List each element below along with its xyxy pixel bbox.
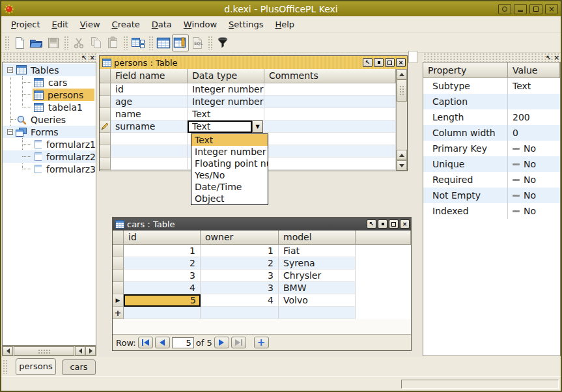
toolbar-gripper[interactable] (5, 36, 9, 50)
row-header[interactable] (100, 83, 111, 96)
tab-persons[interactable]: persons (16, 358, 56, 375)
paste-button[interactable] (104, 35, 121, 51)
data-type-cell[interactable]: Integer number (188, 83, 264, 96)
data-row-2[interactable]: 2 2 Syrena (113, 257, 411, 270)
field-row-id[interactable]: id Integer number (100, 83, 396, 96)
row-header[interactable] (100, 96, 111, 108)
dock-close-icon[interactable]: × (554, 53, 559, 62)
cell-owner[interactable]: 2 (201, 257, 279, 270)
property-value[interactable]: 0 (508, 128, 518, 138)
dropdown-option-float[interactable]: Floating point nu (191, 158, 268, 169)
navigator-dock-handle[interactable]: ↖ × (2, 53, 96, 62)
property-row-length[interactable]: Length 200 (423, 109, 560, 125)
data-type-combobox[interactable]: Text ▼ (188, 120, 264, 133)
cell-id[interactable]: 1 (124, 245, 201, 257)
undock-button[interactable]: ↖ (367, 219, 376, 229)
cell-owner[interactable]: 4 (201, 294, 279, 307)
field-row-surname[interactable]: surname Text ▼ (100, 120, 396, 133)
cell-id[interactable]: 3 (124, 270, 201, 282)
scroll-left-button[interactable] (3, 346, 13, 356)
comments-cell[interactable] (264, 108, 396, 120)
column-header-owner[interactable]: owner (201, 231, 279, 245)
comments-cell[interactable] (264, 96, 396, 108)
data-type-cell[interactable]: Text (188, 108, 264, 120)
sidebar-item-tabela1[interactable]: tabela1 (3, 101, 96, 113)
property-row-subtype[interactable]: Subtype Text (423, 78, 560, 94)
menu-window[interactable]: Window (178, 17, 223, 32)
cell-model[interactable]: Volvo (279, 294, 356, 307)
save-button[interactable] (45, 35, 62, 51)
undock-button[interactable]: ↖ (363, 58, 372, 67)
maximize-button[interactable] (385, 58, 395, 67)
data-row-3[interactable]: 3 3 Chrysler (113, 270, 411, 282)
cell-model[interactable]: Syrena (279, 257, 356, 270)
row-header[interactable] (113, 257, 124, 270)
data-row-4[interactable]: 4 3 BMW (113, 282, 411, 294)
comments-cell[interactable] (264, 120, 396, 133)
cell-model[interactable]: Fiat (279, 245, 356, 257)
close-button[interactable]: × (545, 4, 558, 14)
maximize-button[interactable] (529, 4, 542, 14)
field-row-name[interactable]: name Text (100, 108, 396, 120)
menu-settings[interactable]: Settings (223, 17, 269, 32)
last-row-button[interactable] (231, 337, 246, 348)
new-row-marker[interactable]: + (113, 307, 124, 319)
cell-owner[interactable]: 3 (201, 282, 279, 294)
dropdown-option-text[interactable]: Text (191, 134, 268, 146)
first-row-button[interactable] (138, 337, 153, 348)
row-header[interactable] (113, 245, 124, 257)
field-name-cell[interactable]: age (111, 96, 188, 108)
undock-icon[interactable]: ↖ (81, 53, 87, 62)
maximize-button[interactable] (389, 219, 399, 229)
scroll-right-button[interactable] (85, 346, 96, 356)
row-header[interactable] (113, 282, 124, 294)
data-view-button[interactable] (155, 35, 172, 51)
copy-button[interactable] (87, 35, 104, 51)
window-titlebar[interactable]: d.kexi - PlusOfficePL Kexi × (1, 1, 561, 16)
field-name-cell[interactable]: id (111, 83, 188, 96)
cell-model[interactable]: Chrysler (279, 270, 356, 282)
menu-help[interactable]: Help (269, 17, 300, 32)
scrollbar-thumb[interactable] (397, 79, 407, 102)
shade-button[interactable] (498, 4, 511, 14)
field-name-cell[interactable]: name (111, 108, 188, 120)
property-row-required[interactable]: Required No (423, 172, 560, 188)
add-row-button[interactable]: + (254, 337, 269, 348)
design-view-button[interactable] (172, 35, 189, 51)
filter-button[interactable] (214, 35, 231, 51)
sidebar-item-tables[interactable]: Tables (3, 64, 96, 76)
cars-window-titlebar[interactable]: cars : Table ↖ × (113, 217, 411, 231)
cell-id[interactable]: 2 (124, 257, 201, 270)
data-row-1[interactable]: 1 1 Fiat (113, 245, 411, 257)
sidebar-item-formularz2[interactable]: formularz2 (3, 150, 96, 163)
scrollbar-thumb[interactable] (14, 346, 74, 356)
scroll-left-button[interactable] (75, 346, 85, 356)
field-name-cell[interactable]: surname (111, 120, 188, 133)
scroll-up-button[interactable] (397, 150, 407, 160)
menu-data[interactable]: Data (146, 17, 178, 32)
property-value[interactable]: Text (508, 81, 531, 91)
navigator-horizontal-scrollbar[interactable] (2, 346, 96, 356)
property-dock-handle[interactable]: ↖ × (423, 53, 561, 62)
column-header-id[interactable]: id (124, 231, 201, 245)
property-row-not-empty[interactable]: Not Empty No (423, 188, 560, 203)
field-row-age[interactable]: age Integer number (100, 96, 396, 108)
collapse-toggle[interactable] (7, 67, 13, 73)
property-row-unique[interactable]: Unique No (423, 156, 560, 172)
new-row[interactable]: + (113, 307, 411, 319)
undock-icon[interactable]: ↖ (546, 53, 551, 62)
menu-edit[interactable]: Edit (46, 17, 74, 32)
close-button[interactable]: × (400, 219, 410, 229)
property-row-primary-key[interactable]: Primary Key No (423, 141, 560, 156)
previous-row-button[interactable] (155, 337, 170, 348)
tabbar-gripper[interactable] (3, 359, 7, 374)
row-header[interactable] (100, 108, 111, 120)
sql-view-button[interactable]: SQL (189, 35, 206, 51)
property-row-indexed[interactable]: Indexed No (423, 203, 560, 219)
tab-cars[interactable]: cars (62, 359, 96, 375)
open-button[interactable] (28, 35, 45, 51)
row-header-editing[interactable] (100, 120, 111, 133)
dock-close-icon[interactable]: × (90, 53, 95, 62)
sidebar-item-persons[interactable]: persons (3, 89, 96, 101)
column-header-data-type[interactable]: Data type (188, 69, 264, 83)
